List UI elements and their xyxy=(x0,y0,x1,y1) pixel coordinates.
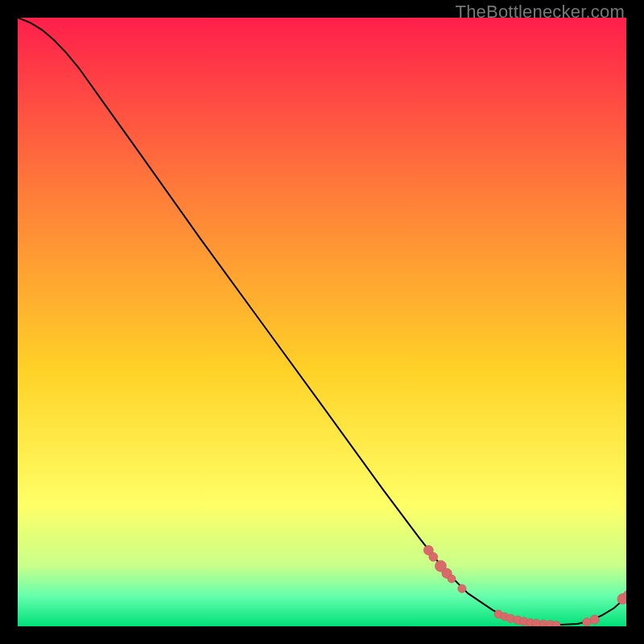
data-marker xyxy=(590,615,599,624)
chart-svg xyxy=(18,18,626,626)
data-marker xyxy=(448,575,456,583)
data-marker xyxy=(458,584,466,592)
data-marker xyxy=(532,619,540,626)
plot-area xyxy=(18,18,626,626)
data-marker xyxy=(429,552,438,561)
data-marker xyxy=(583,618,591,626)
chart-stage: TheBottlenecker.com xyxy=(0,0,644,644)
